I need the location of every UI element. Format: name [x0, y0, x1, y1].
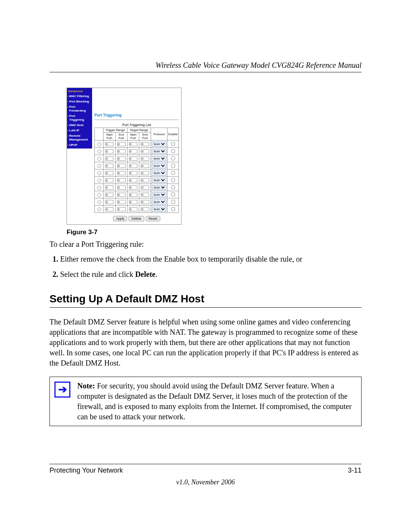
row-select-radio[interactable]: [97, 200, 101, 204]
trigger-start-input[interactable]: [105, 200, 113, 204]
target-end-input[interactable]: [141, 142, 149, 146]
col-start: Start Port: [104, 133, 116, 141]
trigger-end-input[interactable]: [117, 193, 126, 197]
enable-checkbox[interactable]: [171, 200, 175, 204]
nav-item[interactable]: MAC Filtering: [67, 94, 92, 99]
trigger-end-input[interactable]: [117, 171, 126, 175]
target-start-input[interactable]: [129, 157, 137, 161]
nav-item[interactable]: Port Triggering: [67, 113, 92, 123]
nav-item[interactable]: UPnP: [67, 142, 92, 148]
trigger-start-input[interactable]: [105, 142, 113, 146]
trigger-end-input[interactable]: [117, 142, 126, 146]
row-select-radio[interactable]: [97, 193, 101, 197]
trigger-start-input[interactable]: [105, 164, 113, 168]
intro-text: To clear a Port Triggering rule:: [49, 239, 362, 249]
target-end-input[interactable]: [141, 200, 149, 204]
table-row: Both: [95, 155, 179, 162]
target-start-input[interactable]: [129, 178, 137, 182]
col-protocol: Protocol: [151, 128, 167, 141]
enable-checkbox[interactable]: [171, 178, 175, 182]
enable-checkbox[interactable]: [171, 157, 175, 160]
trigger-end-input[interactable]: [117, 149, 126, 153]
target-end-input[interactable]: [141, 193, 149, 197]
enable-checkbox[interactable]: [171, 207, 175, 211]
target-start-input[interactable]: [129, 200, 137, 204]
target-end-input[interactable]: [141, 157, 149, 161]
trigger-start-input[interactable]: [105, 185, 113, 190]
row-select-radio[interactable]: [97, 171, 101, 175]
nav-item[interactable]: Port Blocking: [67, 99, 92, 104]
protocol-select[interactable]: Both: [152, 207, 166, 212]
trigger-start-input[interactable]: [105, 157, 113, 161]
table-row: Both: [95, 191, 179, 198]
protocol-select[interactable]: Both: [152, 171, 166, 176]
note-icon: ➔: [54, 382, 70, 398]
protocol-select[interactable]: Both: [152, 200, 166, 204]
row-select-radio[interactable]: [97, 179, 101, 182]
trigger-start-input[interactable]: [105, 207, 113, 211]
trigger-start-input[interactable]: [105, 171, 113, 175]
protocol-select[interactable]: Both: [152, 178, 166, 183]
row-select-radio[interactable]: [97, 208, 101, 211]
router-panel: Port Triggering Port Triggering List Tri…: [92, 88, 181, 224]
protocol-select[interactable]: Both: [152, 142, 166, 147]
row-select-radio[interactable]: [97, 164, 101, 168]
enable-checkbox[interactable]: [171, 149, 175, 153]
table-row: Both: [95, 169, 179, 177]
enable-checkbox[interactable]: [171, 142, 175, 146]
apply-button[interactable]: Apply: [113, 216, 127, 221]
panel-title: Port Triggering: [94, 113, 179, 117]
trigger-end-input[interactable]: [117, 185, 126, 190]
trigger-start-input[interactable]: [105, 178, 113, 182]
list-caption: Port Triggering List: [94, 122, 179, 128]
row-select-radio[interactable]: [97, 150, 101, 153]
enable-checkbox[interactable]: [171, 164, 175, 168]
protocol-select[interactable]: Both: [152, 192, 166, 197]
target-start-input[interactable]: [129, 185, 137, 190]
target-end-input[interactable]: [141, 149, 149, 153]
arrow-icon: ➔: [58, 384, 67, 395]
target-start-input[interactable]: [129, 193, 137, 197]
trigger-end-input[interactable]: [117, 200, 126, 204]
target-end-input[interactable]: [141, 178, 149, 182]
col-target: Target Range: [127, 128, 151, 133]
target-start-input[interactable]: [129, 164, 137, 168]
nav-heading: Advanced: [67, 89, 92, 94]
trigger-end-input[interactable]: [117, 157, 126, 161]
target-start-input[interactable]: [129, 149, 137, 153]
protocol-select[interactable]: Both: [152, 156, 166, 161]
target-end-input[interactable]: [141, 185, 149, 190]
protocol-select[interactable]: Both: [152, 163, 166, 168]
protocol-select[interactable]: Both: [152, 149, 166, 154]
delete-button[interactable]: Delete: [129, 216, 144, 221]
nav-item[interactable]: Remote Management: [67, 133, 92, 142]
row-select-radio[interactable]: [97, 186, 101, 190]
target-end-input[interactable]: [141, 171, 149, 175]
row-select-radio[interactable]: [97, 157, 101, 161]
target-start-input[interactable]: [129, 171, 137, 175]
step-item: Either remove the check from the Enable …: [60, 253, 362, 265]
reset-button[interactable]: Reset: [146, 216, 160, 221]
trigger-end-input[interactable]: [117, 178, 126, 182]
footer-chapter: Protecting Your Network: [49, 466, 123, 474]
target-start-input[interactable]: [129, 142, 137, 146]
enable-checkbox[interactable]: [171, 193, 175, 197]
nav-item[interactable]: DMZ Host: [67, 123, 92, 128]
nav-item[interactable]: LAN IP: [67, 128, 92, 133]
target-start-input[interactable]: [129, 207, 137, 211]
trigger-end-input[interactable]: [117, 207, 126, 211]
section-heading: Setting Up A Default DMZ Host: [49, 293, 362, 305]
trigger-start-input[interactable]: [105, 193, 113, 197]
target-end-input[interactable]: [141, 164, 149, 168]
target-end-input[interactable]: [141, 207, 149, 211]
trigger-end-input[interactable]: [117, 164, 126, 168]
enable-checkbox[interactable]: [171, 171, 175, 175]
section-rule: [49, 307, 362, 308]
col-end: End Port: [139, 133, 151, 141]
port-trigger-table: Trigger Range Target Range Protocol Enab…: [94, 128, 179, 213]
enable-checkbox[interactable]: [171, 185, 175, 189]
protocol-select[interactable]: Both: [152, 185, 166, 190]
nav-item[interactable]: Port Forwarding: [67, 104, 92, 113]
row-select-radio[interactable]: [97, 142, 101, 146]
trigger-start-input[interactable]: [105, 149, 113, 153]
